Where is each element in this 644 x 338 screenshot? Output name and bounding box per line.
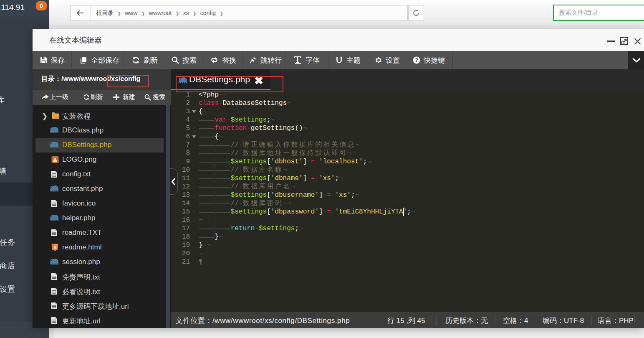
svg-text:?: ? [415, 57, 418, 63]
svg-text:5: 5 [54, 245, 56, 249]
